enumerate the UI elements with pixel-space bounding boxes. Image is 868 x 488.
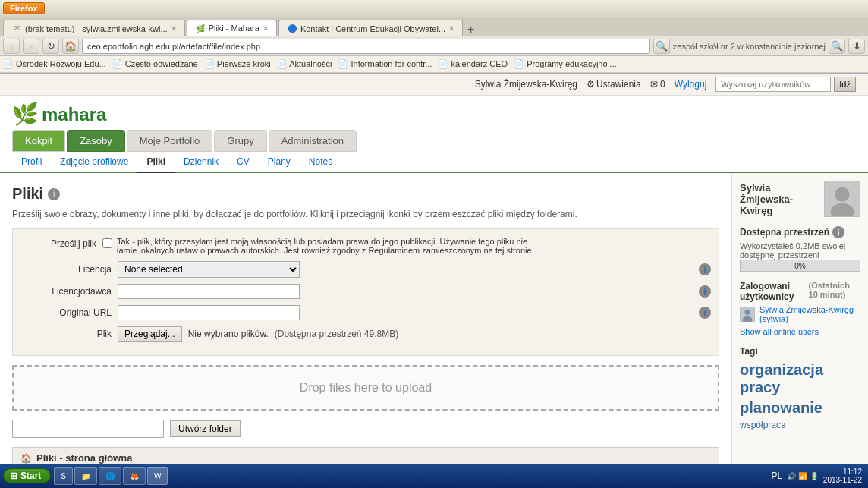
- search-section: Idź: [715, 77, 856, 92]
- nav-item-portfolio[interactable]: Moje Portfolio: [127, 130, 212, 152]
- taskbar-apps: S 📁 🌐 🦊 W: [54, 467, 765, 485]
- tab-mahara-close[interactable]: ✕: [263, 24, 269, 33]
- tag-wspolpraca[interactable]: współpraca: [740, 420, 786, 430]
- search-browser-button[interactable]: 🔍: [653, 39, 670, 54]
- tab-kontakt-label: Kontakt | Centrum Edukacji Obywatel...: [300, 24, 445, 33]
- copyright-label: Tak - plik, który przesyłam jest moją wł…: [117, 237, 542, 255]
- address-text: ceo.eportfolio.agh.edu.pl/artefact/file/…: [87, 42, 260, 51]
- original-url-label: Original URL: [20, 307, 112, 318]
- bookmark-aktualnosci[interactable]: 📄 Aktualności: [277, 59, 332, 69]
- original-url-row: Original URL i: [20, 305, 711, 320]
- licence-control: None selected: [118, 261, 693, 278]
- svg-point-4: [744, 310, 750, 315]
- user-name: Sylwia Żmijewska-Kwiręg: [475, 79, 577, 90]
- taskbar-system-icons: 🔊 📶 🔋: [787, 472, 819, 480]
- subnav-notes[interactable]: Notes: [300, 152, 341, 172]
- sidebar-user-name: Sylwia Żmijewska- Kwiręg: [740, 182, 818, 216]
- space-bar: 0%: [740, 260, 860, 272]
- back-button[interactable]: ‹: [3, 39, 20, 54]
- taskbar-browser[interactable]: 🌐: [99, 467, 121, 485]
- tag-planowanie[interactable]: planowanie: [740, 399, 822, 417]
- bookmark-kalendarz[interactable]: 📄 kalendarz CEO: [438, 59, 508, 69]
- licence-select[interactable]: None selected: [118, 261, 300, 278]
- page-title-info-icon[interactable]: i: [48, 188, 60, 200]
- copyright-checkbox[interactable]: [102, 238, 112, 248]
- tab-mahara[interactable]: Pliki - Mahara ✕: [187, 20, 277, 36]
- go-search-button[interactable]: 🔍: [829, 39, 845, 54]
- search-browser-input[interactable]: zespół szkół nr 2 w konstancinie jeziorn…: [673, 42, 826, 51]
- settings-link[interactable]: Ustawienia: [587, 79, 641, 90]
- subnav-profil[interactable]: Profil: [12, 152, 51, 172]
- folder-name-input[interactable]: [12, 420, 164, 438]
- licence-info-icon[interactable]: i: [699, 263, 711, 275]
- taskbar-explorer[interactable]: 📁: [74, 467, 97, 485]
- taskbar-skype[interactable]: S: [54, 467, 73, 485]
- mahara-logo[interactable]: 🌿 mahara: [12, 102, 856, 127]
- taskbar-firefox[interactable]: 🦊: [123, 467, 146, 485]
- bookmark-osrodek[interactable]: 📄 Ośrodek Rozwoju Edu...: [3, 59, 106, 69]
- tab-mahara-label: Pliki - Mahara: [209, 24, 259, 33]
- tab-email[interactable]: (brak tematu) - sylwia.zmijewska-kwi... …: [3, 20, 185, 36]
- nav-item-admin[interactable]: Administration: [269, 130, 357, 152]
- search-users-input[interactable]: [715, 77, 831, 92]
- start-button[interactable]: ⊞ Start: [3, 468, 51, 483]
- licencjodawca-input[interactable]: [118, 284, 300, 299]
- nav-item-grupy[interactable]: Grupy: [214, 130, 266, 152]
- tab-email-close[interactable]: ✕: [171, 24, 177, 33]
- logo-text: mahara: [42, 104, 106, 125]
- nav-item-kokpit[interactable]: Kokpit: [12, 130, 65, 152]
- reload-button[interactable]: ↻: [42, 39, 59, 54]
- browse-button[interactable]: Przeglądaj...: [118, 326, 182, 342]
- subnav-cv[interactable]: CV: [228, 152, 259, 172]
- subnav-zdjecie[interactable]: Zdjęcie profilowe: [51, 152, 137, 172]
- taskbar-word[interactable]: W: [147, 467, 168, 485]
- gear-icon: [587, 79, 595, 90]
- bookmark-information[interactable]: 📄 Information for contr...: [338, 59, 432, 69]
- download-button[interactable]: ⬇: [848, 39, 865, 54]
- licencjodawca-info-icon[interactable]: i: [699, 285, 711, 298]
- original-url-input[interactable]: [118, 305, 300, 320]
- subnav-pliki[interactable]: Pliki: [137, 152, 175, 173]
- nav-item-zasoby[interactable]: Zasoby: [67, 130, 125, 152]
- space-used-bar: [741, 260, 741, 271]
- go-button[interactable]: Idź: [834, 77, 856, 92]
- user-avatar: [824, 181, 860, 217]
- subnav-dziennik[interactable]: Dziennik: [175, 152, 228, 172]
- tag-organizacja[interactable]: organizacja pracy: [740, 361, 860, 396]
- bookmark-czesto[interactable]: 📄 Często odwiedzane: [112, 59, 198, 69]
- home-browser-button[interactable]: 🏠: [62, 39, 79, 54]
- page-content: Pliki i Prześlij swoje obrazy, dokumenty…: [0, 173, 868, 488]
- original-url-info-icon[interactable]: i: [699, 307, 711, 319]
- bookmark-programy[interactable]: 📄 Programy edukacyjno ...: [514, 59, 617, 69]
- space-percentage: 0%: [794, 262, 805, 270]
- drop-zone-label: Drop files here to upload: [300, 381, 432, 395]
- forward-button[interactable]: ›: [23, 39, 39, 54]
- firefox-button[interactable]: Firefox: [3, 2, 45, 14]
- address-bar[interactable]: ceo.eportfolio.agh.edu.pl/artefact/file/…: [82, 39, 650, 54]
- sub-nav: Profil Zdjęcie profilowe Pliki Dziennik …: [0, 152, 868, 173]
- mail-count[interactable]: ✉ 0: [650, 79, 665, 90]
- tags-cloud: organizacja pracy planowanie współpraca: [740, 361, 860, 430]
- taskbar-right: PL 🔊 📶 🔋 11:12 2013-11-22: [769, 468, 865, 484]
- new-tab-btn[interactable]: +: [467, 23, 474, 36]
- subnav-plany[interactable]: Plany: [259, 152, 300, 172]
- space-info-icon[interactable]: i: [832, 226, 844, 238]
- tab-kontakt[interactable]: Kontakt | Centrum Edukacji Obywatel... ✕: [278, 20, 463, 36]
- logout-link[interactable]: Wyloguj: [675, 79, 707, 90]
- logo-header: 🌿 mahara Kokpit Zasoby Moje Portfolio Gr…: [0, 96, 868, 152]
- bookmark-pierwsze[interactable]: 📄 Pierwsze kroki: [204, 59, 271, 69]
- space-bar-wrap: 0%: [740, 260, 860, 272]
- files-header-title: Pliki - strona główna: [36, 452, 132, 464]
- online-user-link[interactable]: Sylwia Żmijewska-Kwiręg (sytwia): [760, 305, 860, 323]
- logged-users-section: Zalogowani użytkownicy (Ostatnich 10 min…: [740, 281, 860, 337]
- create-folder-button[interactable]: Utwórz folder: [170, 420, 241, 437]
- taskbar-icon-row: 🔊 📶 🔋: [787, 472, 819, 480]
- taskbar-time: 11:12 2013-11-22: [823, 468, 862, 484]
- home-icon: [20, 453, 32, 464]
- page-title: Pliki: [12, 185, 43, 203]
- show-all-online-link[interactable]: Show all online users: [740, 327, 819, 336]
- drop-zone[interactable]: Drop files here to upload: [12, 365, 719, 411]
- tab-kontakt-close[interactable]: ✕: [448, 24, 454, 33]
- online-user-avatar: [740, 307, 755, 322]
- tags-section: Tagi organizacja pracy planowanie współp…: [740, 346, 860, 430]
